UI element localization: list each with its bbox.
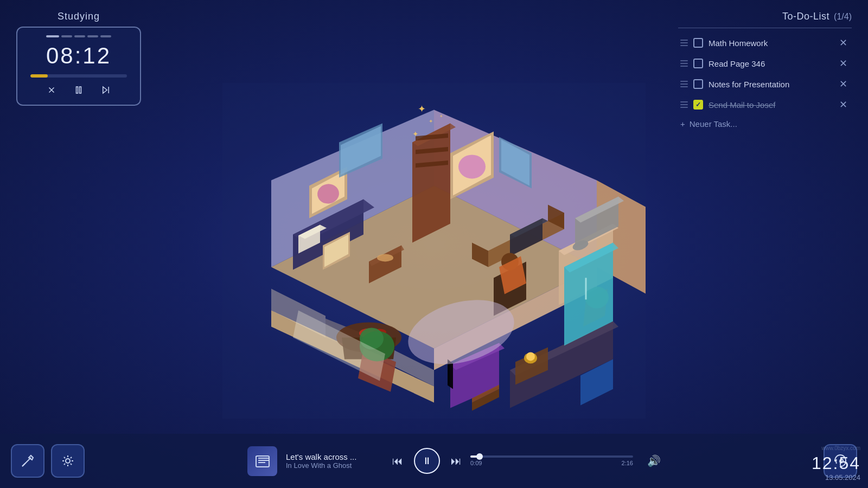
timer-progress-fill: [30, 74, 48, 78]
svg-text:✦: ✦: [418, 104, 426, 114]
timer-widget: Studying 08:12: [16, 11, 141, 106]
todo-checkbox-3[interactable]: [693, 79, 703, 89]
bottom-bar: Let's walk across ... In Love With a Gho…: [0, 434, 868, 488]
todo-delete-3[interactable]: ✕: [837, 78, 850, 90]
todo-delete-2[interactable]: ✕: [837, 57, 850, 69]
drag-handle-3[interactable]: [680, 81, 688, 87]
timer-pause-button[interactable]: [72, 83, 86, 97]
music-total-time: 2:16: [622, 460, 633, 466]
clock: 12:54 13.05.2024: [812, 453, 860, 481]
todo-item-4: Send Mail to Josef ✕: [678, 94, 852, 115]
music-progress-bar[interactable]: [470, 455, 633, 458]
music-current-time: 0:09: [470, 460, 482, 466]
music-next-button[interactable]: ⏭: [451, 455, 462, 467]
svg-rect-3: [80, 87, 81, 93]
svg-point-59: [526, 352, 535, 361]
todo-count: (1/4): [834, 12, 852, 22]
todo-text-3: Notes for Presentation: [709, 80, 832, 89]
timer-progress-bar: [30, 74, 127, 78]
timer-controls: [44, 83, 113, 97]
music-info: Let's walk across ... In Love With a Gho…: [286, 452, 384, 470]
room-scene: ✦ ✦ ✦ ✦: [222, 82, 646, 419]
volume-button[interactable]: 🔊: [647, 454, 661, 467]
sword-tool-button[interactable]: [11, 444, 44, 478]
timer-skip-button[interactable]: [99, 83, 113, 97]
todo-checkbox-2[interactable]: [693, 59, 703, 68]
svg-point-86: [66, 459, 70, 463]
music-artist: In Love With a Ghost: [286, 461, 384, 470]
settings-button[interactable]: [51, 444, 85, 478]
music-album-art: [247, 446, 277, 476]
clock-date: 13.05.2024: [812, 473, 860, 481]
music-title: Let's walk across ...: [286, 452, 384, 461]
todo-text-4: Send Mail to Josef: [709, 100, 832, 110]
clock-time: 12:54: [812, 453, 860, 473]
svg-point-80: [377, 254, 393, 261]
music-prev-button[interactable]: ⏮: [392, 455, 403, 467]
drag-handle-1[interactable]: [680, 40, 688, 46]
todo-item-1: Math Homework ✕: [678, 33, 852, 53]
todo-header: To-Do-List (1/4): [678, 11, 852, 22]
svg-marker-4: [103, 87, 107, 93]
timer-label: Studying: [58, 11, 100, 22]
timer-time: 08:12: [46, 43, 111, 69]
todo-item-3: Notes for Presentation ✕: [678, 74, 852, 94]
svg-text:✦: ✦: [439, 114, 443, 119]
music-player: Let's walk across ... In Love With a Gho…: [106, 446, 802, 476]
svg-rect-2: [76, 87, 78, 93]
svg-text:✦: ✦: [429, 118, 433, 124]
todo-checkbox-1[interactable]: [693, 38, 703, 48]
todo-divider: [678, 28, 852, 28]
todo-panel: To-Do-List (1/4) Math Homework ✕ Read Pa…: [678, 11, 852, 133]
game-scene: ✦ ✦ ✦ ✦: [222, 82, 646, 419]
music-progress-fill: [470, 455, 480, 458]
todo-text-1: Math Homework: [709, 38, 832, 48]
todo-text-2: Read Page 346: [709, 59, 832, 68]
todo-item-2: Read Page 346 ✕: [678, 53, 852, 74]
todo-title: To-Do-List: [782, 11, 829, 22]
todo-checkbox-4[interactable]: [693, 100, 703, 110]
music-controls: ⏮ ⏸ ⏭: [392, 448, 462, 474]
bottom-left-buttons: [11, 444, 85, 478]
svg-line-85: [23, 463, 25, 465]
music-play-pause-button[interactable]: ⏸: [414, 448, 440, 474]
todo-add-button[interactable]: + Neuer Task...: [678, 115, 739, 133]
svg-point-30: [458, 155, 486, 178]
todo-add-label: Neuer Task...: [690, 119, 737, 129]
todo-delete-4[interactable]: ✕: [837, 99, 850, 111]
drag-handle-4[interactable]: [680, 101, 688, 108]
timer-box: 08:12: [16, 27, 141, 106]
drag-handle-2[interactable]: [680, 60, 688, 67]
watermark: www.0bzyx.com: [821, 445, 860, 451]
timer-close-button[interactable]: [44, 83, 59, 97]
music-progress-area: 0:09 2:16: [470, 455, 633, 466]
music-times: 0:09 2:16: [470, 460, 633, 466]
timer-dots: [46, 35, 111, 37]
plus-icon: +: [680, 119, 685, 129]
svg-text:✦: ✦: [412, 130, 419, 138]
todo-delete-1[interactable]: ✕: [837, 37, 850, 49]
